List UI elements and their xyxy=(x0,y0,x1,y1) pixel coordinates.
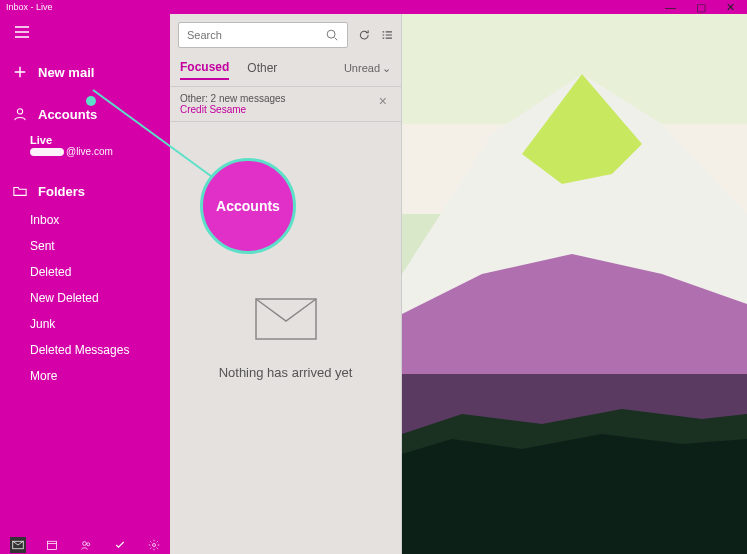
chevron-down-icon: ⌄ xyxy=(382,62,391,75)
search-input[interactable] xyxy=(187,29,325,41)
svg-rect-2 xyxy=(48,541,57,549)
mail-app-button[interactable] xyxy=(10,537,26,553)
calendar-app-button[interactable] xyxy=(44,537,60,553)
other-notice[interactable]: Other: 2 new messages Credit Sesame × xyxy=(170,87,401,122)
svg-point-4 xyxy=(87,543,90,546)
folder-list: Inbox Sent Deleted New Deleted Junk Dele… xyxy=(0,207,170,389)
envelope-icon xyxy=(254,297,318,341)
folder-more[interactable]: More xyxy=(0,363,170,389)
tab-focused[interactable]: Focused xyxy=(180,56,229,80)
accounts-label: Accounts xyxy=(38,107,97,122)
folders-header[interactable]: Folders xyxy=(0,175,170,207)
search-box[interactable] xyxy=(178,22,348,48)
todo-app-button[interactable] xyxy=(112,537,128,553)
window-title: Inbox - Live xyxy=(6,2,53,12)
minimize-button[interactable]: — xyxy=(665,1,676,13)
refresh-icon[interactable] xyxy=(358,27,371,43)
sidebar: New mail Accounts Live @live.com Folders… xyxy=(0,14,170,554)
account-name: Live xyxy=(30,134,158,146)
new-mail-button[interactable]: New mail xyxy=(0,56,170,88)
select-mode-icon[interactable] xyxy=(381,27,394,43)
person-icon xyxy=(12,106,28,122)
folder-deleted-messages[interactable]: Deleted Messages xyxy=(0,337,170,363)
accounts-header[interactable]: Accounts xyxy=(0,98,170,130)
settings-button[interactable] xyxy=(146,537,162,553)
redacted-text xyxy=(30,148,64,156)
title-bar: Inbox - Live — ▢ ✕ xyxy=(0,0,747,14)
folder-sent[interactable]: Sent xyxy=(0,233,170,259)
inbox-tabs: Focused Other Unread ⌄ xyxy=(170,56,401,87)
background-image xyxy=(402,14,747,554)
search-icon xyxy=(325,28,339,42)
svg-point-6 xyxy=(327,30,335,38)
folder-icon xyxy=(12,183,28,199)
notice-link: Credit Sesame xyxy=(180,104,375,115)
people-app-button[interactable] xyxy=(78,537,94,553)
tab-other[interactable]: Other xyxy=(247,57,277,79)
annotation-callout: Accounts xyxy=(200,158,296,254)
svg-point-3 xyxy=(83,542,87,546)
folders-label: Folders xyxy=(38,184,85,199)
callout-label: Accounts xyxy=(216,198,280,214)
folder-deleted[interactable]: Deleted xyxy=(0,259,170,285)
message-list-pane: Focused Other Unread ⌄ Other: 2 new mess… xyxy=(170,14,402,554)
close-button[interactable]: ✕ xyxy=(726,1,735,14)
folder-inbox[interactable]: Inbox xyxy=(0,207,170,233)
filter-label: Unread xyxy=(344,62,380,74)
hamburger-icon xyxy=(14,24,30,40)
search-row xyxy=(170,14,401,56)
folder-junk[interactable]: Junk xyxy=(0,311,170,337)
new-mail-label: New mail xyxy=(38,65,94,80)
plus-icon xyxy=(12,64,28,80)
svg-point-0 xyxy=(17,109,22,114)
svg-marker-16 xyxy=(402,434,747,554)
maximize-button[interactable]: ▢ xyxy=(696,1,706,14)
account-item[interactable]: Live @live.com xyxy=(0,130,170,167)
window-controls: — ▢ ✕ xyxy=(665,1,741,14)
account-email: @live.com xyxy=(30,146,158,157)
empty-message: Nothing has arrived yet xyxy=(219,365,353,380)
hamburger-button[interactable] xyxy=(8,18,36,46)
annotation-dot xyxy=(86,96,96,106)
notice-close-button[interactable]: × xyxy=(375,93,391,109)
reading-pane xyxy=(402,14,747,554)
filter-dropdown[interactable]: Unread ⌄ xyxy=(344,62,391,75)
svg-point-5 xyxy=(153,544,156,547)
folder-new-deleted[interactable]: New Deleted xyxy=(0,285,170,311)
bottom-bar xyxy=(0,536,172,554)
notice-text: Other: 2 new messages xyxy=(180,93,375,104)
